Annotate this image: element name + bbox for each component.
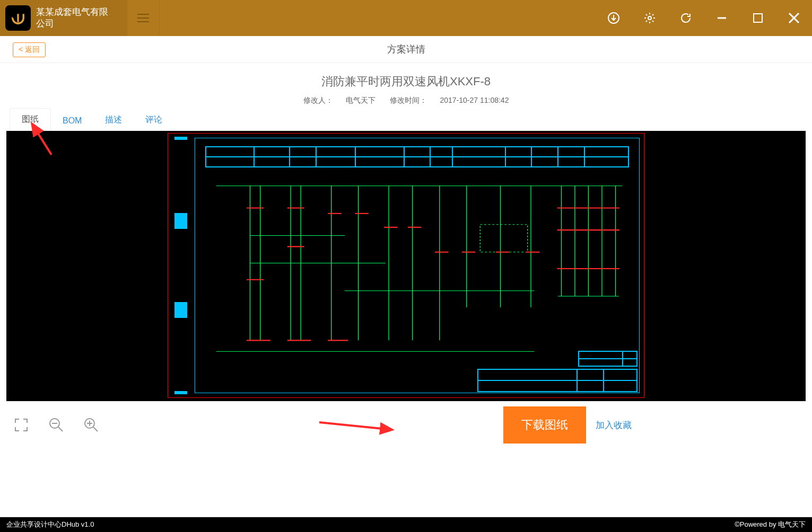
svg-line-9 [32,123,51,155]
annotation-arrow-icon [318,417,398,435]
download-icon[interactable] [596,0,632,36]
viewer-toolbar: 下载图纸 加入收藏 [0,401,812,449]
download-button[interactable]: 下载图纸 [503,406,586,444]
maximize-icon[interactable] [740,0,776,36]
modifier-value: 电气天下 [346,96,376,104]
tab-bom[interactable]: BOM [51,111,93,131]
company-name: 某某成套电气有限公司 [36,6,116,30]
time-value: 2017-10-27 11:08:42 [440,96,509,104]
page-header-title: 方案详情 [387,43,425,56]
title-bar: 某某成套电气有限公司 [0,0,812,36]
svg-point-4 [648,16,651,20]
menu-toggle[interactable] [127,0,160,36]
drawing-header-table [205,146,629,167]
svg-rect-33 [480,225,527,252]
svg-line-56 [93,427,98,431]
circuit-diagram [209,175,629,362]
settings-icon[interactable] [632,0,668,36]
document-title: 消防兼平时两用双速风机XKXF-8 [0,74,812,90]
status-right: ©Powered by 电气天下 [735,520,806,529]
modifier-label: 修改人： [303,96,333,104]
tab-bar: 图纸 BOM 描述 评论 [0,109,812,131]
favorite-link[interactable]: 加入收藏 [596,419,632,431]
status-left: 企业共享设计中心DHub v1.0 [6,520,94,529]
tab-comments[interactable]: 评论 [134,109,174,131]
refresh-icon[interactable] [668,0,704,36]
svg-line-53 [58,427,63,431]
close-icon[interactable] [776,0,812,36]
drawing-outer-frame [168,133,644,398]
document-header: 消防兼平时两用双速风机XKXF-8 修改人：电气天下 修改时间：2017-10-… [0,63,812,109]
drawing-title-block [477,369,638,392]
window-buttons [596,0,812,36]
zoom-out-button[interactable] [46,414,67,436]
annotation-arrow-icon [28,120,54,157]
status-bar: 企业共享设计中心DHub v1.0 ©Powered by 电气天下 [0,517,812,532]
app-logo [5,5,31,31]
document-meta: 修改人：电气天下 修改时间：2017-10-27 11:08:42 [0,96,812,105]
zoom-in-button[interactable] [81,414,102,436]
minimize-icon[interactable] [704,0,740,36]
svg-line-59 [319,422,392,430]
tab-description[interactable]: 描述 [93,109,134,131]
fullscreen-button[interactable] [11,414,32,436]
back-button[interactable]: < 返回 [13,42,46,57]
logo-area: 某某成套电气有限公司 [0,0,127,36]
page-header: < 返回 方案详情 [0,36,812,63]
svg-rect-6 [754,14,762,22]
drawing-margin-marks [174,137,190,394]
cad-viewer[interactable] [6,131,806,401]
time-label: 修改时间： [390,96,427,104]
